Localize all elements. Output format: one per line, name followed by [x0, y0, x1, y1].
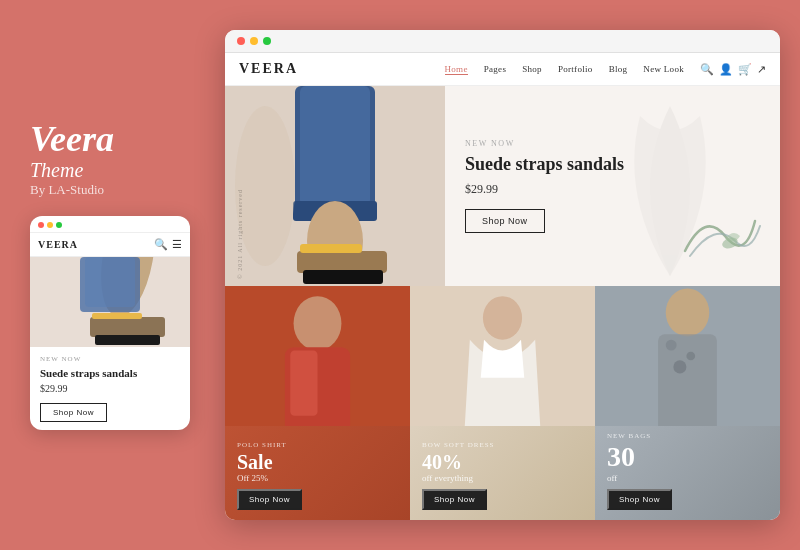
svg-rect-15	[303, 270, 383, 284]
nav-link-pages[interactable]: Pages	[484, 64, 507, 74]
desktop-hero: © 2021 All rights reserved NEW NOW Suede…	[225, 86, 780, 286]
desktop-dot-green	[263, 37, 271, 45]
svg-rect-3	[92, 313, 142, 319]
card-3-shop-button[interactable]: Shop Now	[607, 489, 672, 510]
nav-link-home[interactable]: Home	[445, 64, 468, 75]
mobile-menu-icon[interactable]: ☰	[172, 238, 182, 251]
desktop-dot-yellow	[250, 37, 258, 45]
product-card-polo: POLO SHIRT Sale Off 25% Shop Now	[225, 286, 410, 520]
card-1-overlay: POLO SHIRT Sale Off 25% Shop Now	[225, 286, 410, 520]
hero-bg-leaf	[620, 96, 720, 276]
mobile-logo: VEERA	[38, 239, 78, 250]
card-2-shop-button[interactable]: Shop Now	[422, 489, 487, 510]
card-3-overlay: NEW BAGS 30 off Shop Now	[595, 286, 780, 520]
nav-link-portfolio[interactable]: Portfolio	[558, 64, 593, 74]
card-2-overlay: BOW SOFT DRESS 40% off everything Shop N…	[410, 286, 595, 520]
brand-by: By LA-Studio	[30, 182, 205, 198]
nav-share-icon[interactable]: ↗	[757, 63, 766, 76]
card-1-sale: Sale	[237, 451, 398, 473]
mobile-dot-green	[56, 222, 62, 228]
hero-shop-now-button[interactable]: Shop Now	[465, 209, 545, 233]
desktop-browser-content: VEERA Home Pages Shop Portfolio Blog New…	[225, 53, 780, 520]
left-panel: Veera Theme By LA-Studio VEERA 🔍 ☰	[30, 120, 205, 431]
mobile-mockup: VEERA 🔍 ☰	[30, 216, 190, 430]
nav-search-icon[interactable]: 🔍	[700, 63, 714, 76]
card-1-tag: POLO SHIRT	[237, 441, 398, 449]
card-2-tag: BOW SOFT DRESS	[422, 441, 583, 449]
card-2-sale: 40%	[422, 451, 583, 473]
mobile-hero-image	[30, 257, 190, 347]
desktop-top-bar	[225, 30, 780, 53]
desktop-dot-red	[237, 37, 245, 45]
svg-rect-10	[300, 86, 370, 206]
card-1-shop-button[interactable]: Shop Now	[237, 489, 302, 510]
mobile-dot-yellow	[47, 222, 53, 228]
nav-cart-icon[interactable]: 🛒	[738, 63, 752, 76]
brand-section: Veera Theme By LA-Studio	[30, 120, 205, 199]
card-2-sub: off everything	[422, 473, 583, 483]
card-3-tag: NEW BAGS	[607, 432, 768, 440]
nav-link-blog[interactable]: Blog	[609, 64, 628, 74]
mobile-new-now: NEW NOW	[40, 355, 180, 363]
product-card-bags: NEW BAGS 30 off Shop Now	[595, 286, 780, 520]
hero-image-area: © 2021 All rights reserved	[225, 86, 445, 286]
brand-subtitle: Theme	[30, 159, 205, 182]
mobile-shop-now-button[interactable]: Shop Now	[40, 403, 107, 422]
card-3-sale: 30	[607, 442, 768, 473]
mobile-search-icon[interactable]: 🔍	[154, 238, 168, 251]
mobile-nav-icons: 🔍 ☰	[154, 238, 182, 251]
svg-rect-2	[90, 317, 165, 337]
nav-icons: 🔍 👤 🛒 ↗	[700, 63, 766, 76]
svg-rect-14	[300, 244, 362, 253]
mobile-product-title: Suede straps sandals	[40, 366, 180, 380]
page-wrapper: Veera Theme By LA-Studio VEERA 🔍 ☰	[0, 0, 800, 550]
brand-title: Veera	[30, 120, 205, 160]
desktop-nav: VEERA Home Pages Shop Portfolio Blog New…	[225, 53, 780, 86]
mobile-top-bar	[30, 216, 190, 233]
svg-point-17	[721, 236, 739, 251]
desktop-nav-logo: VEERA	[239, 61, 298, 77]
svg-rect-6	[85, 257, 135, 307]
card-3-sub: off	[607, 473, 768, 483]
nav-user-icon[interactable]: 👤	[719, 63, 733, 76]
nav-link-new-look[interactable]: New Look	[643, 64, 684, 74]
svg-rect-13	[297, 251, 387, 273]
desktop-cards-row: POLO SHIRT Sale Off 25% Shop Now	[225, 286, 780, 520]
mobile-content: NEW NOW Suede straps sandals $29.99 Shop…	[30, 347, 190, 430]
mobile-price: $29.99	[40, 383, 180, 394]
svg-point-16	[235, 106, 295, 266]
mobile-dot-red	[38, 222, 44, 228]
desktop-mockup: VEERA Home Pages Shop Portfolio Blog New…	[225, 30, 780, 520]
hero-vertical-text: © 2021 All rights reserved	[237, 189, 243, 279]
card-1-sub: Off 25%	[237, 473, 398, 483]
hero-text-area: NEW NOW Suede straps sandals $29.99 Shop…	[445, 86, 780, 286]
mobile-dots	[38, 222, 62, 228]
product-card-dress: BOW SOFT DRESS 40% off everything Shop N…	[410, 286, 595, 520]
svg-rect-4	[95, 335, 160, 345]
nav-link-shop[interactable]: Shop	[522, 64, 542, 74]
